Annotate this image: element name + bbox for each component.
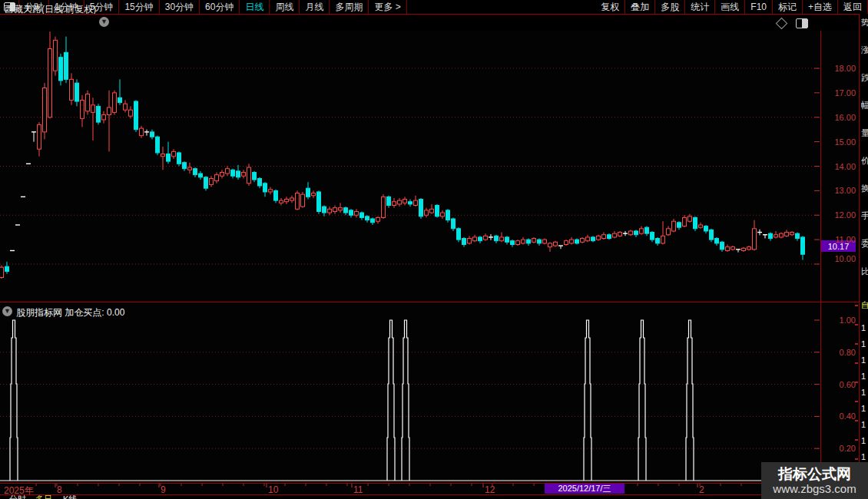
buy-signal-spike <box>402 320 409 481</box>
candle-body <box>790 233 794 235</box>
candle-body <box>731 247 735 250</box>
indicator-collapse-icon[interactable]: ▼ <box>2 306 12 316</box>
price-axis-label: 17.00 <box>822 88 856 97</box>
candle-body <box>231 170 235 176</box>
candle-body <box>484 236 488 240</box>
candle-body <box>608 235 611 239</box>
candle-body <box>360 213 364 217</box>
candle-body <box>38 124 41 149</box>
candle-body <box>430 209 434 213</box>
candle-body <box>570 240 574 243</box>
price-axis-label: 16.00 <box>822 113 856 122</box>
indicator-value-label: 加仓买点: 0.00 <box>65 307 124 318</box>
candle-body <box>5 266 9 271</box>
candle-body <box>548 243 552 247</box>
watermark-title: 指标公式网 <box>778 466 851 483</box>
candle-body <box>409 202 412 204</box>
candle-body <box>699 225 703 227</box>
candle-body <box>382 197 386 217</box>
date-label-1: 8 <box>57 484 62 495</box>
indicator-axis-label: 1.00 <box>822 316 856 325</box>
candle-body <box>678 223 681 227</box>
candle-body <box>75 83 79 101</box>
indicator-axis-label: 0.20 <box>822 444 856 453</box>
candle-body <box>511 241 515 245</box>
bottom-tab-strip[interactable]: 分时多日K线 <box>0 495 859 499</box>
sidebar-quote-row: 1 <box>861 372 866 381</box>
candle-body <box>210 178 214 184</box>
candle-body <box>188 167 192 170</box>
sidebar-char: 势 <box>861 18 868 27</box>
candle-body <box>0 267 4 277</box>
candle-body <box>328 209 332 213</box>
candle-body <box>274 190 278 200</box>
candle-body <box>457 229 461 240</box>
candle-body <box>715 239 719 243</box>
candle-body <box>742 248 746 250</box>
sidebar-char: 量 <box>861 129 868 137</box>
candle-body <box>473 237 477 241</box>
candle-body <box>651 233 654 240</box>
candle-body <box>452 219 456 229</box>
candle-body <box>65 52 68 79</box>
candle-body <box>344 208 348 213</box>
candle-body <box>613 233 617 237</box>
candle-body <box>54 40 58 71</box>
candle-body <box>124 104 128 110</box>
candle-body <box>500 237 504 241</box>
candle-body <box>780 233 784 237</box>
candle-body <box>204 177 208 188</box>
candle-body <box>710 230 714 240</box>
price-axis-label: 18.00 <box>822 64 856 73</box>
candle-body <box>672 221 676 231</box>
candle-body <box>290 198 294 200</box>
candle-body <box>355 211 359 215</box>
sidebar-char: 手 <box>861 212 868 220</box>
candle-body <box>581 239 585 243</box>
candle-body <box>371 219 375 223</box>
candle-body <box>167 154 171 162</box>
candle-body <box>108 107 111 115</box>
date-label-2: 9 <box>161 484 166 495</box>
candle-body <box>59 58 63 81</box>
sidebar-char: 比 <box>861 267 868 276</box>
sidebar-quote-row: 1 <box>861 437 866 445</box>
candle-body <box>118 97 122 102</box>
price-axis-label: 12.00 <box>822 210 856 220</box>
candle-body <box>694 217 697 228</box>
chart-canvas[interactable] <box>0 0 868 499</box>
date-label-6: 2 <box>699 484 704 495</box>
candle-body <box>323 207 326 213</box>
price-axis-label: 11.00 <box>822 235 856 244</box>
right-quote-sidebar[interactable]: 势涨跌幅量价换手委比自1111111111 <box>859 14 868 499</box>
candle-body <box>269 190 273 192</box>
candle-body <box>301 194 305 207</box>
buy-signal-spike <box>686 320 694 481</box>
candle-body <box>801 237 805 254</box>
candle-body <box>226 169 230 173</box>
price-axis-label: 13.00 <box>822 186 856 195</box>
candle-body <box>522 240 525 243</box>
candle-body <box>753 229 757 250</box>
bottom-tab-fragment-0[interactable]: 分时 <box>9 495 26 499</box>
candle-body <box>215 175 219 181</box>
candle-body <box>376 217 380 221</box>
candle-body <box>242 172 246 176</box>
candle-body <box>398 200 402 204</box>
sidebar-char: 幅 <box>861 101 868 110</box>
bottom-tab-fragment-2[interactable]: K线 <box>63 495 77 499</box>
candle-body <box>183 163 187 169</box>
candle-body <box>645 227 649 233</box>
candle-body <box>656 239 660 243</box>
price-axis-label: 10.00 <box>822 254 856 263</box>
bottom-tab-fragment-1[interactable]: 多日 <box>35 495 52 499</box>
candle-body <box>586 237 590 241</box>
candle-body <box>263 183 267 192</box>
candle-body <box>796 233 800 238</box>
candle-body <box>237 171 240 177</box>
candle-body <box>554 242 558 246</box>
candle-body <box>177 153 181 164</box>
candle-body <box>86 94 90 111</box>
candle-body <box>495 236 499 240</box>
sidebar-quote-row: 1 <box>861 340 866 349</box>
